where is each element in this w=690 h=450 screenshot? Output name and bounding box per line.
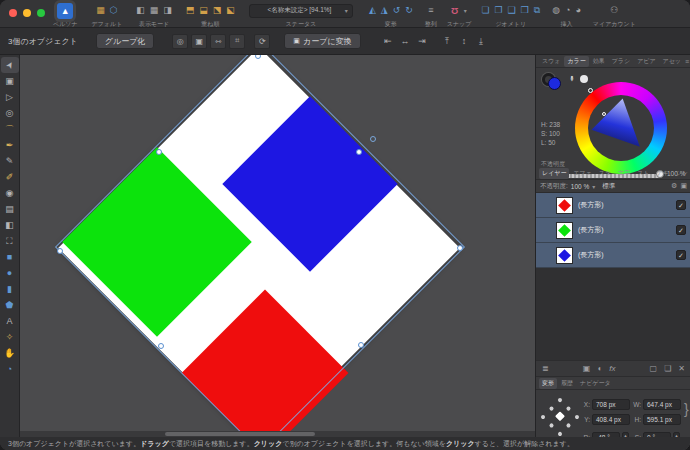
tab-layers[interactable]: レイヤー — [539, 168, 569, 179]
y-input[interactable]: 408.4 px — [592, 414, 630, 425]
boolean-divide-icon[interactable]: ❒ — [521, 3, 529, 18]
boolean-intersect-icon[interactable]: ❑ — [508, 3, 516, 18]
view-hand-tool[interactable]: ✋ — [1, 345, 19, 361]
vector-view-icon[interactable]: ◧ — [136, 3, 145, 18]
layer-visibility-checkbox[interactable]: ✓ — [676, 250, 686, 260]
snapping-options-caret-icon[interactable]: ▾ — [464, 7, 467, 14]
selection-handle-left[interactable] — [57, 248, 63, 254]
alignment-icon[interactable]: ≡ — [428, 3, 433, 18]
insert-on-top-icon[interactable]: ◔ — [565, 3, 570, 18]
mask-layer-icon[interactable]: ▣ — [583, 364, 591, 373]
convert-to-curves-button[interactable]: ▣ カーブに変換 — [284, 33, 360, 49]
hue-marker[interactable] — [588, 88, 593, 93]
boolean-combine-icon[interactable]: ⧉ — [534, 3, 540, 18]
tab-stroke[interactable]: スト — [634, 168, 652, 179]
artboard-tool[interactable]: ▣ — [1, 73, 19, 89]
layers-opacity-dropdown[interactable]: 100 % — [571, 183, 589, 190]
cycle-selection-box-icon[interactable]: ⟳ — [254, 34, 270, 49]
pixel-view-icon[interactable]: ▦ — [150, 3, 159, 18]
rotate-ccw-icon[interactable]: ↺ — [393, 3, 401, 18]
selection-handle-topright-mid[interactable] — [356, 149, 362, 155]
show-handles-icon[interactable]: ▣ — [191, 34, 207, 49]
layer-fx-icon[interactable]: fx — [609, 364, 615, 373]
x-input[interactable]: 708 px — [592, 399, 630, 410]
layer-row-green[interactable]: (長方形) ✓ — [536, 218, 690, 243]
tab-assets[interactable]: アセッ — [660, 56, 684, 67]
tab-swatches[interactable]: スウォ — [539, 56, 563, 67]
close-window-button[interactable] — [9, 9, 17, 17]
tab-layer-effects[interactable]: エフェ — [570, 168, 594, 179]
flip-horizontal-icon[interactable]: ◭ — [369, 3, 376, 18]
polygon-tool[interactable]: ⬟ — [1, 297, 19, 313]
align-center-h-icon[interactable]: ↔ — [398, 34, 413, 49]
text-tool[interactable]: A — [1, 313, 19, 329]
corner-tool[interactable]: ⌒ — [1, 121, 19, 137]
tab-navigator[interactable]: ナビゲータ — [577, 378, 614, 389]
tab-text-styles[interactable]: テキ — [653, 168, 671, 179]
align-middle-icon[interactable]: ↕ — [457, 34, 472, 49]
aspect-link-icon[interactable]: } — [684, 401, 689, 417]
tab-effects[interactable]: 効果 — [590, 56, 608, 67]
transform-mode-icon[interactable]: ◎ — [172, 34, 188, 49]
tab-appearance[interactable]: アピア — [634, 56, 658, 67]
layers-opacity-caret-icon[interactable]: ▾ — [592, 183, 595, 190]
rounded-rectangle-tool[interactable]: ▮ — [1, 281, 19, 297]
affinity-designer-icon[interactable]: ▲ — [57, 3, 73, 19]
vector-brush-tool[interactable]: ✐ — [1, 169, 19, 185]
layer-visibility-checkbox[interactable]: ✓ — [676, 200, 686, 210]
zoom-tool[interactable]: ◔ — [1, 361, 19, 377]
tab-color[interactable]: カラー — [564, 56, 588, 67]
blend-options-gear-icon[interactable]: ⚙ — [671, 182, 677, 190]
transform-origin-icon[interactable]: ⌗ — [229, 34, 245, 49]
eyedropper-icon[interactable]: ✒ — [567, 75, 576, 82]
layers-stack-icon[interactable]: ≣ — [542, 364, 549, 373]
color-marker[interactable] — [602, 112, 606, 116]
add-layer-icon[interactable]: ▢ — [650, 364, 658, 373]
align-bottom-icon[interactable]: ⤓ — [474, 34, 489, 49]
contour-tool[interactable]: ◎ — [1, 105, 19, 121]
document-setup-icon[interactable]: ▦ — [96, 3, 105, 18]
rectangle-tool[interactable]: ■ — [1, 249, 19, 265]
color-tool[interactable]: ◉ — [1, 185, 19, 201]
layers-empty-area[interactable] — [536, 268, 690, 360]
node-tool[interactable]: ▷ — [1, 89, 19, 105]
move-tool[interactable]: ➤ — [1, 57, 19, 73]
canvas[interactable] — [20, 55, 535, 437]
boolean-add-icon[interactable]: ❏ — [481, 3, 489, 18]
minimize-window-button[interactable] — [23, 9, 31, 17]
move-backward-icon[interactable]: ⬔ — [213, 3, 222, 18]
share-icon[interactable]: ⬡ — [110, 3, 118, 18]
tab-character[interactable]: 文字 — [615, 168, 633, 179]
adjustment-layer-icon[interactable]: ◐ — [597, 364, 602, 373]
flip-vertical-icon[interactable]: ◮ — [381, 3, 388, 18]
blend-mode-dropdown[interactable]: 標準 — [602, 182, 615, 191]
selection-handle-topleft-mid[interactable] — [156, 149, 162, 155]
tab-symbols[interactable]: シン — [673, 168, 690, 179]
pencil-tool[interactable]: ✎ — [1, 153, 19, 169]
panel-overflow-icon[interactable]: ≡ — [685, 58, 689, 65]
selection-handle-bottomright-mid[interactable] — [358, 342, 364, 348]
align-top-icon[interactable]: ⤒ — [440, 34, 455, 49]
move-to-front-icon[interactable]: ⬒ — [186, 3, 195, 18]
rotate-cw-icon[interactable]: ↻ — [405, 3, 413, 18]
anchor-point-selector[interactable] — [540, 397, 580, 437]
insert-inside-icon[interactable]: ◍ — [552, 3, 560, 18]
retina-view-icon[interactable]: ◨ — [163, 3, 172, 18]
tab-history[interactable]: 履歴 — [558, 378, 576, 389]
layer-visibility-checkbox[interactable]: ✓ — [676, 225, 686, 235]
tab-styles[interactable]: スタ — [596, 168, 614, 179]
rotation-handle[interactable] — [370, 136, 376, 142]
layer-lock-icon[interactable]: ▣ — [680, 182, 687, 190]
move-to-back-icon[interactable]: ⬕ — [226, 3, 235, 18]
status-dropdown[interactable]: <名称未設定> [94.1%] ▾ — [249, 4, 353, 18]
pen-tool[interactable]: ✒ — [1, 137, 19, 153]
recent-color-swatch[interactable] — [580, 75, 588, 83]
group-button[interactable]: グループ化 — [96, 33, 155, 49]
selection-handle-bottomleft-mid[interactable] — [158, 343, 164, 349]
color-picker-tool[interactable]: ✧ — [1, 329, 19, 345]
boolean-subtract-icon[interactable]: ❐ — [494, 3, 502, 18]
snapping-magnet-icon[interactable]: Ω — [451, 3, 458, 18]
move-forward-icon[interactable]: ⬓ — [199, 3, 208, 18]
align-right-icon[interactable]: ⇥ — [415, 34, 430, 49]
zoom-window-button[interactable] — [37, 9, 45, 17]
